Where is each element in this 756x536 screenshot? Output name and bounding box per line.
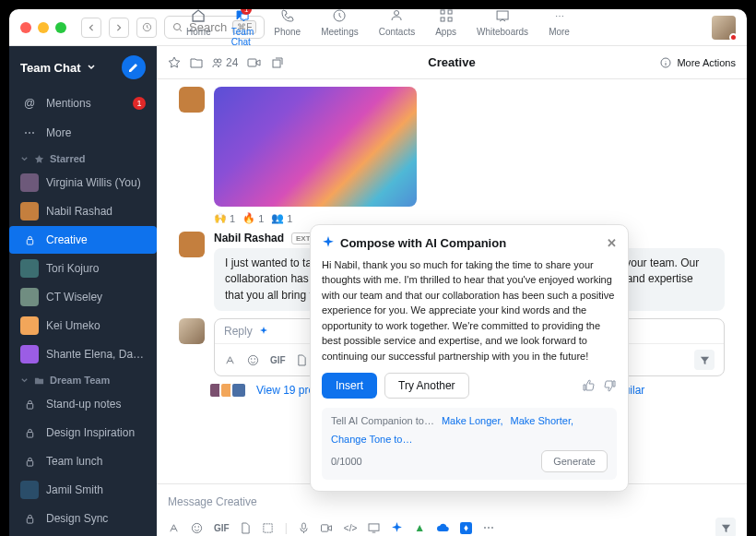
- more-icon[interactable]: ⋯: [483, 521, 494, 534]
- svg-rect-19: [248, 59, 256, 66]
- minimize-window-button[interactable]: [38, 22, 49, 33]
- sidebar-more[interactable]: ⋯ More: [9, 119, 157, 147]
- cloud-icon[interactable]: [436, 523, 449, 532]
- sidebar-item[interactable]: Creative: [9, 226, 157, 254]
- svg-point-31: [195, 526, 195, 527]
- window-controls: [20, 22, 66, 33]
- sidebar-mentions[interactable]: @ Mentions 1: [9, 89, 157, 117]
- more-actions-button[interactable]: More Actions: [677, 57, 736, 68]
- video-clip-icon[interactable]: [320, 523, 333, 533]
- screenshot-icon[interactable]: [262, 522, 274, 534]
- screen-icon[interactable]: [368, 523, 380, 533]
- sidebar-header[interactable]: Team Chat: [9, 46, 157, 89]
- sidebar-item[interactable]: Virginia Willis (You): [9, 169, 157, 197]
- sidebar-item[interactable]: CT Wiseley: [9, 283, 157, 311]
- video-icon[interactable]: [247, 57, 262, 68]
- svg-rect-5: [448, 10, 452, 14]
- member-count[interactable]: 24: [212, 56, 238, 69]
- gif-button[interactable]: GIF: [270, 355, 286, 365]
- sidebar-item[interactable]: Design Sync: [9, 505, 157, 532]
- ai-title: Compose with AI Companion: [340, 236, 506, 250]
- sidebar-item[interactable]: Kei Umeko: [9, 312, 157, 339]
- filter-icon[interactable]: [694, 350, 715, 370]
- tab-home[interactable]: Home: [186, 9, 211, 47]
- reaction-people[interactable]: 👥 1: [271, 212, 292, 224]
- avatar: [20, 316, 39, 335]
- clock-icon: [332, 9, 347, 23]
- tab-more[interactable]: ⋯ More: [549, 9, 570, 47]
- info-icon[interactable]: [660, 57, 671, 68]
- ai-sparkle-icon[interactable]: [391, 522, 403, 534]
- thumbs-up-icon[interactable]: [582, 379, 595, 392]
- drive-icon[interactable]: ▲: [414, 521, 425, 534]
- format-icon[interactable]: [168, 522, 180, 534]
- code-icon[interactable]: </>: [344, 523, 357, 533]
- svg-rect-13: [27, 518, 32, 523]
- make-longer-link[interactable]: Make Longer,: [442, 415, 503, 426]
- tab-contacts[interactable]: Contacts: [379, 9, 415, 47]
- tab-apps[interactable]: Apps: [435, 9, 456, 47]
- reaction-fire[interactable]: 🔥 1: [242, 212, 264, 224]
- image-attachment[interactable]: [214, 87, 417, 207]
- file-icon[interactable]: [241, 522, 251, 534]
- sidebar-item-label: Creative: [46, 233, 146, 246]
- compose-toolbar: GIF | </> ▲ ⋯: [168, 512, 736, 536]
- folder-icon[interactable]: [190, 56, 203, 69]
- thumbs-down-icon[interactable]: [604, 379, 617, 392]
- lock-icon: [20, 231, 39, 249]
- tab-phone[interactable]: Phone: [274, 9, 301, 47]
- sparkle-icon: [322, 236, 335, 249]
- tab-team-chat[interactable]: Team Chat 1: [231, 9, 254, 47]
- reply-placeholder[interactable]: Reply: [224, 325, 253, 338]
- emoji-icon[interactable]: [191, 522, 203, 534]
- app-icon[interactable]: [460, 522, 472, 534]
- section-starred[interactable]: Starred: [9, 148, 157, 168]
- make-shorter-link[interactable]: Make Shorter,: [511, 415, 573, 426]
- svg-rect-9: [27, 239, 32, 244]
- svg-rect-33: [264, 523, 272, 531]
- change-tone-link[interactable]: Change Tone to…: [331, 434, 412, 445]
- ai-compose-panel: Compose with AI Companion ✕ Hi Nabil, th…: [310, 224, 629, 493]
- message-image: 🙌 1 🔥 1 👥 1: [179, 87, 725, 224]
- folder-icon: [34, 375, 44, 386]
- sidebar-item-label: Tori Kojuro: [46, 262, 146, 275]
- gif-button[interactable]: GIF: [214, 523, 230, 533]
- sidebar-item[interactable]: Tori Kojuro: [9, 255, 157, 282]
- new-message-button[interactable]: [122, 55, 146, 79]
- nav-forward-button[interactable]: [109, 18, 129, 38]
- history-button[interactable]: [136, 18, 157, 38]
- generate-button[interactable]: Generate: [541, 450, 608, 472]
- close-icon[interactable]: ✕: [607, 236, 617, 250]
- new-window-icon[interactable]: [271, 56, 284, 69]
- compose-input[interactable]: Message Creative: [168, 492, 736, 512]
- maximize-window-button[interactable]: [55, 22, 66, 33]
- sidebar-item[interactable]: Nabil Rashad: [9, 197, 157, 225]
- reaction-hands[interactable]: 🙌 1: [214, 212, 235, 224]
- sidebar-item-label: Kei Umeko: [46, 319, 146, 332]
- star-outline-icon[interactable]: [168, 56, 181, 69]
- avatar: [20, 481, 39, 499]
- sidebar-item[interactable]: Jamil Smith: [9, 476, 157, 504]
- sidebar-item[interactable]: Stand-up notes: [9, 390, 157, 418]
- sidebar-item[interactable]: Design Inspiration: [9, 419, 157, 447]
- more-icon: ⋯: [551, 9, 568, 24]
- tab-whiteboards[interactable]: Whiteboards: [477, 9, 528, 47]
- emoji-icon[interactable]: [247, 354, 259, 366]
- nav-back-button[interactable]: [81, 18, 101, 38]
- avatar: [179, 318, 205, 344]
- mic-icon[interactable]: [299, 522, 309, 534]
- sidebar-item[interactable]: Team lunch: [9, 447, 157, 475]
- section-dream-team[interactable]: Dream Team: [9, 369, 157, 389]
- ai-prompt-label: Tell AI Companion to…: [331, 415, 434, 426]
- try-another-button[interactable]: Try Another: [384, 373, 469, 399]
- tab-meetings[interactable]: Meetings: [321, 9, 359, 47]
- file-icon[interactable]: [297, 354, 307, 366]
- insert-button[interactable]: Insert: [322, 373, 377, 399]
- svg-point-23: [251, 358, 252, 359]
- sidebar-item[interactable]: Shante Elena, Daniel Bow…: [9, 340, 157, 368]
- close-window-button[interactable]: [20, 22, 31, 33]
- svg-point-3: [395, 11, 399, 16]
- filter-icon[interactable]: [715, 518, 736, 536]
- current-user-avatar[interactable]: [712, 16, 736, 40]
- format-icon[interactable]: [224, 354, 236, 366]
